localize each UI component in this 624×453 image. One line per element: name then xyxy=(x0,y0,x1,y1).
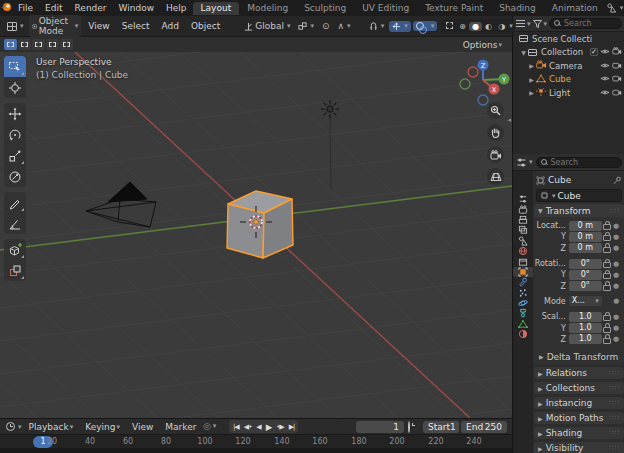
animate-dot[interactable]: ● xyxy=(611,260,621,268)
outliner-search[interactable] xyxy=(549,18,622,29)
frame-start-field[interactable]: Start1 xyxy=(423,421,459,433)
tab-scene[interactable] xyxy=(513,236,533,246)
workspace-tab-shading[interactable]: Shading xyxy=(491,2,544,15)
auto-key-button[interactable]: ◎▾ xyxy=(203,421,216,431)
rotation-z-field[interactable]: 0° xyxy=(569,281,602,291)
tool-duplicate[interactable] xyxy=(4,260,26,281)
collection-checkbox[interactable]: ✓ xyxy=(590,48,598,56)
animate-dot[interactable]: ● xyxy=(611,335,621,343)
properties-search[interactable] xyxy=(536,157,622,168)
tool-scale[interactable] xyxy=(4,145,26,166)
current-frame-field[interactable]: 1 xyxy=(356,421,404,433)
location-z-field[interactable]: 0 m xyxy=(569,243,602,253)
panel-drag-handle[interactable]: ∷∷ xyxy=(609,444,620,452)
hide-eye-icon[interactable] xyxy=(598,61,611,71)
editor-type-button[interactable]: ▾ xyxy=(4,21,27,32)
expand-icon[interactable]: ▼ xyxy=(519,49,528,56)
tab-physics[interactable] xyxy=(513,298,533,308)
outliner-row-cube[interactable]: ▶ Cube xyxy=(513,73,624,87)
motion-paths-panel[interactable]: ▶Motion Paths∷∷ xyxy=(534,412,624,425)
hide-eye-icon[interactable] xyxy=(598,88,611,98)
properties-editor-type-button[interactable]: ▾ xyxy=(516,157,533,168)
timeline-editor-type-button[interactable]: ▾ xyxy=(4,422,22,431)
menu-add[interactable]: Add xyxy=(156,21,183,31)
snap-dropdown[interactable]: ▾ xyxy=(366,20,388,32)
relations-panel[interactable]: ▶Relations∷∷ xyxy=(534,367,624,380)
tool-transform[interactable] xyxy=(4,166,26,187)
hide-eye-icon[interactable] xyxy=(598,74,611,84)
pin-icon[interactable] xyxy=(613,176,622,185)
tool-annotate[interactable] xyxy=(4,192,26,213)
lock-icon[interactable] xyxy=(602,323,612,333)
select-mode-invert[interactable] xyxy=(46,39,59,50)
tool-cursor[interactable] xyxy=(4,77,26,98)
tool-select-box[interactable] xyxy=(4,56,26,77)
gizmo-axis-y-neg[interactable] xyxy=(460,79,470,89)
lock-icon[interactable] xyxy=(602,243,612,253)
outliner-row-collection[interactable]: ▼ Collection ✓ xyxy=(513,46,624,60)
tab-object[interactable] xyxy=(513,267,533,277)
scale-z-field[interactable]: 1.0 xyxy=(569,334,602,344)
jump-to-start-button[interactable]: |◀ xyxy=(231,423,241,431)
menu-object[interactable]: Object xyxy=(186,21,225,31)
keying-menu[interactable]: Keying▾ xyxy=(80,422,125,432)
tab-modifiers[interactable] xyxy=(513,277,533,287)
workspace-tab-animation[interactable]: Animation xyxy=(544,2,606,15)
workspace-tab-uv-editing[interactable]: UV Editing xyxy=(354,2,417,15)
prev-keyframe-button[interactable]: ◀• xyxy=(242,423,254,431)
expand-icon[interactable]: ▶ xyxy=(527,76,536,83)
lock-icon[interactable] xyxy=(602,334,612,344)
expand-icon[interactable]: ▶ xyxy=(527,89,536,96)
panel-drag-handle[interactable]: ∷∷ xyxy=(609,429,620,437)
xray-toggle[interactable] xyxy=(443,22,456,31)
outliner-filter-button[interactable]: ▾ xyxy=(533,20,548,28)
tab-output[interactable] xyxy=(513,215,533,225)
breadcrumb-object-name[interactable]: Cube xyxy=(548,175,610,185)
panel-drag-handle[interactable]: ∷∷ xyxy=(609,369,620,377)
tool-move[interactable] xyxy=(4,103,26,124)
tool-measure[interactable] xyxy=(4,213,26,234)
visibility-panel[interactable]: ▶Visibility∷∷ xyxy=(534,442,624,453)
gizmo-axis-x-neg[interactable] xyxy=(468,67,478,77)
proportional-falloff-dropdown[interactable]: ∧▾ xyxy=(335,20,354,32)
next-keyframe-button[interactable]: •▶ xyxy=(274,423,286,431)
camera-view-button[interactable] xyxy=(487,146,504,163)
menu-help[interactable]: Help xyxy=(160,3,193,13)
location-x-field[interactable]: 0 m xyxy=(569,221,602,231)
rotation-x-field[interactable]: 0° xyxy=(569,259,602,269)
lock-icon[interactable] xyxy=(602,232,612,242)
shading-dropdown[interactable]: ▾ xyxy=(509,22,513,30)
animate-dot[interactable]: ● xyxy=(611,297,621,305)
delta-transform-subpanel[interactable]: ▶Delta Transform xyxy=(534,351,624,362)
hide-eye-icon[interactable] xyxy=(598,47,611,57)
outliner-display-mode-button[interactable]: ▾ xyxy=(516,20,531,28)
blender-logo-icon[interactable] xyxy=(0,2,12,14)
menu-render[interactable]: Render xyxy=(69,3,113,13)
tab-object-data[interactable] xyxy=(513,319,533,329)
navigation-gizmo[interactable]: Z Y X xyxy=(456,54,510,108)
panel-drag-handle[interactable]: ∷∷ xyxy=(609,414,620,422)
animate-dot[interactable]: ● xyxy=(611,282,621,290)
select-mode-new[interactable] xyxy=(4,39,17,50)
timeline-view-menu[interactable]: View xyxy=(127,422,158,432)
outliner-search-input[interactable] xyxy=(564,19,617,28)
disable-render-icon[interactable] xyxy=(611,74,623,84)
panel-drag-handle[interactable]: ∷∷ xyxy=(609,207,620,215)
transform-panel-header[interactable]: ▼ Transform ∷∷ xyxy=(534,204,624,217)
collections-panel[interactable]: ▶Collections∷∷ xyxy=(534,382,624,395)
pivot-point-dropdown[interactable]: ▾ xyxy=(295,21,317,32)
select-mode-subtract[interactable] xyxy=(32,39,45,50)
play-reverse-button[interactable]: ◀ xyxy=(254,423,262,431)
transform-orientation-dropdown[interactable]: Global▾ xyxy=(241,20,293,32)
gizmo-toggle[interactable]: ▾ xyxy=(389,21,411,32)
animate-dot[interactable]: ● xyxy=(611,271,621,279)
timeline-ruler[interactable]: 1 20 40 60 80 100 120 140 160 180 200 22… xyxy=(0,434,512,448)
object-name-field[interactable]: ▾ Cube xyxy=(536,189,622,202)
rotation-y-field[interactable]: 0° xyxy=(569,270,602,280)
timeline-scroll-area[interactable] xyxy=(0,448,512,453)
tab-constraints[interactable] xyxy=(513,308,533,318)
workspace-tab-layout[interactable]: Layout xyxy=(193,2,240,15)
frame-end-field[interactable]: End250 xyxy=(461,421,507,433)
workspace-tab-sculpting[interactable]: Sculpting xyxy=(296,2,354,15)
properties-search-input[interactable] xyxy=(551,158,617,167)
